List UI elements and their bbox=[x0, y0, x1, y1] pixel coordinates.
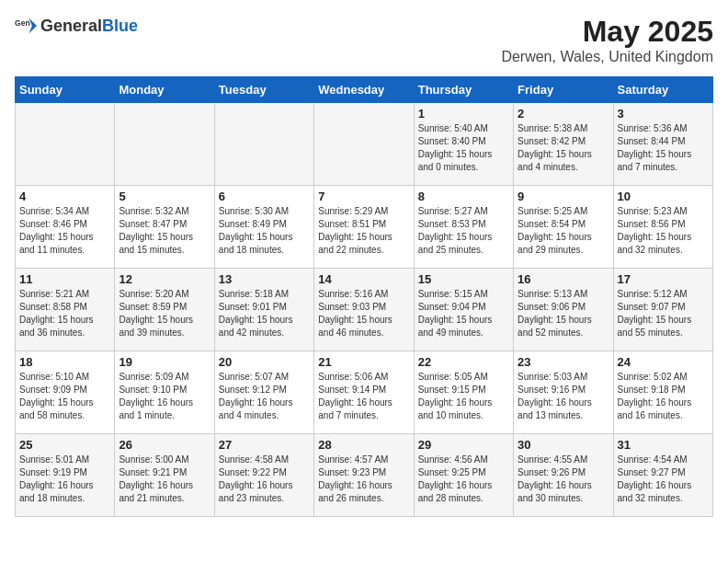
calendar-cell: 3Sunrise: 5:36 AM Sunset: 8:44 PM Daylig… bbox=[613, 103, 712, 186]
calendar-cell: 27Sunrise: 4:58 AM Sunset: 9:22 PM Dayli… bbox=[214, 434, 313, 517]
day-number: 24 bbox=[618, 355, 709, 369]
cell-info: Sunrise: 5:38 AM Sunset: 8:42 PM Dayligh… bbox=[518, 122, 609, 174]
cell-info: Sunrise: 5:15 AM Sunset: 9:04 PM Dayligh… bbox=[418, 288, 509, 339]
cell-info: Sunrise: 5:00 AM Sunset: 9:21 PM Dayligh… bbox=[119, 454, 210, 505]
calendar-cell: 6Sunrise: 5:30 AM Sunset: 8:49 PM Daylig… bbox=[214, 186, 313, 269]
cell-info: Sunrise: 5:06 AM Sunset: 9:14 PM Dayligh… bbox=[318, 371, 409, 422]
cell-info: Sunrise: 4:54 AM Sunset: 9:27 PM Dayligh… bbox=[618, 454, 709, 505]
cell-info: Sunrise: 5:23 AM Sunset: 8:56 PM Dayligh… bbox=[618, 205, 709, 257]
column-header-sunday: Sunday bbox=[16, 77, 115, 103]
cell-info: Sunrise: 5:03 AM Sunset: 9:16 PM Dayligh… bbox=[518, 371, 609, 422]
cell-info: Sunrise: 5:05 AM Sunset: 9:15 PM Dayligh… bbox=[418, 371, 509, 422]
calendar-cell: 24Sunrise: 5:02 AM Sunset: 9:18 PM Dayli… bbox=[613, 351, 712, 434]
calendar-cell: 14Sunrise: 5:16 AM Sunset: 9:03 PM Dayli… bbox=[314, 269, 414, 351]
day-number: 27 bbox=[219, 438, 310, 452]
calendar-cell: 15Sunrise: 5:15 AM Sunset: 9:04 PM Dayli… bbox=[414, 269, 513, 351]
day-number: 30 bbox=[518, 438, 609, 452]
cell-info: Sunrise: 5:20 AM Sunset: 8:59 PM Dayligh… bbox=[119, 288, 210, 339]
day-number: 18 bbox=[19, 355, 110, 369]
calendar-cell: 21Sunrise: 5:06 AM Sunset: 9:14 PM Dayli… bbox=[314, 351, 414, 434]
day-number: 7 bbox=[318, 190, 409, 203]
day-number: 26 bbox=[119, 438, 210, 452]
day-number: 29 bbox=[418, 438, 509, 452]
calendar-cell: 28Sunrise: 4:57 AM Sunset: 9:23 PM Dayli… bbox=[314, 434, 414, 517]
cell-info: Sunrise: 5:07 AM Sunset: 9:12 PM Dayligh… bbox=[219, 371, 310, 422]
calendar-header-row: SundayMondayTuesdayWednesdayThursdayFrid… bbox=[16, 77, 713, 103]
calendar-cell bbox=[115, 103, 214, 186]
cell-info: Sunrise: 5:13 AM Sunset: 9:06 PM Dayligh… bbox=[518, 288, 609, 339]
column-header-monday: Monday bbox=[115, 77, 214, 103]
cell-info: Sunrise: 5:12 AM Sunset: 9:07 PM Dayligh… bbox=[618, 288, 709, 339]
day-number: 11 bbox=[19, 272, 110, 286]
calendar-week-row: 11Sunrise: 5:21 AM Sunset: 8:58 PM Dayli… bbox=[16, 269, 713, 351]
day-number: 28 bbox=[318, 438, 409, 452]
calendar-week-row: 25Sunrise: 5:01 AM Sunset: 9:19 PM Dayli… bbox=[16, 434, 713, 517]
title-area: May 2025 Derwen, Wales, United Kingdom bbox=[501, 15, 713, 65]
calendar-cell: 19Sunrise: 5:09 AM Sunset: 9:10 PM Dayli… bbox=[115, 351, 214, 434]
logo-icon: Gen bbox=[15, 15, 37, 37]
page-title: May 2025 bbox=[501, 15, 713, 49]
day-number: 5 bbox=[119, 190, 210, 203]
day-number: 8 bbox=[418, 190, 509, 203]
day-number: 13 bbox=[219, 272, 310, 286]
calendar-cell: 13Sunrise: 5:18 AM Sunset: 9:01 PM Dayli… bbox=[214, 269, 313, 351]
calendar-cell: 5Sunrise: 5:32 AM Sunset: 8:47 PM Daylig… bbox=[115, 186, 214, 269]
calendar-cell: 10Sunrise: 5:23 AM Sunset: 8:56 PM Dayli… bbox=[613, 186, 712, 269]
column-header-wednesday: Wednesday bbox=[314, 77, 414, 103]
calendar-cell: 4Sunrise: 5:34 AM Sunset: 8:46 PM Daylig… bbox=[16, 186, 115, 269]
day-number: 20 bbox=[219, 355, 310, 369]
cell-info: Sunrise: 4:56 AM Sunset: 9:25 PM Dayligh… bbox=[418, 454, 509, 505]
calendar-cell: 25Sunrise: 5:01 AM Sunset: 9:19 PM Dayli… bbox=[16, 434, 115, 517]
day-number: 3 bbox=[618, 107, 709, 121]
svg-marker-1 bbox=[28, 17, 37, 33]
calendar-cell: 26Sunrise: 5:00 AM Sunset: 9:21 PM Dayli… bbox=[115, 434, 214, 517]
day-number: 4 bbox=[19, 190, 110, 203]
calendar-table: SundayMondayTuesdayWednesdayThursdayFrid… bbox=[15, 76, 713, 517]
calendar-cell: 29Sunrise: 4:56 AM Sunset: 9:25 PM Dayli… bbox=[414, 434, 513, 517]
column-header-saturday: Saturday bbox=[613, 77, 712, 103]
day-number: 12 bbox=[119, 272, 210, 286]
day-number: 16 bbox=[518, 272, 609, 286]
cell-info: Sunrise: 4:57 AM Sunset: 9:23 PM Dayligh… bbox=[318, 454, 409, 505]
calendar-cell: 7Sunrise: 5:29 AM Sunset: 8:51 PM Daylig… bbox=[314, 186, 414, 269]
calendar-cell: 16Sunrise: 5:13 AM Sunset: 9:06 PM Dayli… bbox=[514, 269, 613, 351]
calendar-cell: 23Sunrise: 5:03 AM Sunset: 9:16 PM Dayli… bbox=[514, 351, 613, 434]
cell-info: Sunrise: 5:25 AM Sunset: 8:54 PM Dayligh… bbox=[518, 205, 609, 257]
calendar-cell: 30Sunrise: 4:55 AM Sunset: 9:26 PM Dayli… bbox=[514, 434, 613, 517]
logo-general: General bbox=[40, 17, 102, 35]
cell-info: Sunrise: 5:36 AM Sunset: 8:44 PM Dayligh… bbox=[618, 122, 709, 174]
cell-info: Sunrise: 5:29 AM Sunset: 8:51 PM Dayligh… bbox=[318, 205, 409, 257]
day-number: 2 bbox=[518, 107, 609, 121]
cell-info: Sunrise: 5:32 AM Sunset: 8:47 PM Dayligh… bbox=[119, 205, 210, 257]
cell-info: Sunrise: 5:34 AM Sunset: 8:46 PM Dayligh… bbox=[19, 205, 110, 257]
cell-info: Sunrise: 5:40 AM Sunset: 8:40 PM Dayligh… bbox=[418, 122, 509, 174]
calendar-cell bbox=[314, 103, 414, 186]
calendar-cell: 12Sunrise: 5:20 AM Sunset: 8:59 PM Dayli… bbox=[115, 269, 214, 351]
cell-info: Sunrise: 4:55 AM Sunset: 9:26 PM Dayligh… bbox=[518, 454, 609, 505]
day-number: 15 bbox=[418, 272, 509, 286]
calendar-cell: 20Sunrise: 5:07 AM Sunset: 9:12 PM Dayli… bbox=[214, 351, 313, 434]
page-subtitle: Derwen, Wales, United Kingdom bbox=[501, 49, 713, 65]
day-number: 23 bbox=[518, 355, 609, 369]
calendar-cell: 17Sunrise: 5:12 AM Sunset: 9:07 PM Dayli… bbox=[613, 269, 712, 351]
cell-info: Sunrise: 5:09 AM Sunset: 9:10 PM Dayligh… bbox=[119, 371, 210, 422]
calendar-cell: 22Sunrise: 5:05 AM Sunset: 9:15 PM Dayli… bbox=[414, 351, 513, 434]
calendar-cell: 1Sunrise: 5:40 AM Sunset: 8:40 PM Daylig… bbox=[414, 103, 513, 186]
calendar-cell: 18Sunrise: 5:10 AM Sunset: 9:09 PM Dayli… bbox=[16, 351, 115, 434]
day-number: 6 bbox=[219, 190, 310, 203]
cell-info: Sunrise: 5:16 AM Sunset: 9:03 PM Dayligh… bbox=[318, 288, 409, 339]
cell-info: Sunrise: 5:18 AM Sunset: 9:01 PM Dayligh… bbox=[219, 288, 310, 339]
calendar-cell: 2Sunrise: 5:38 AM Sunset: 8:42 PM Daylig… bbox=[514, 103, 613, 186]
column-header-thursday: Thursday bbox=[414, 77, 513, 103]
cell-info: Sunrise: 5:30 AM Sunset: 8:49 PM Dayligh… bbox=[219, 205, 310, 257]
column-header-tuesday: Tuesday bbox=[214, 77, 313, 103]
calendar-week-row: 18Sunrise: 5:10 AM Sunset: 9:09 PM Dayli… bbox=[16, 351, 713, 434]
day-number: 21 bbox=[318, 355, 409, 369]
calendar-week-row: 4Sunrise: 5:34 AM Sunset: 8:46 PM Daylig… bbox=[16, 186, 713, 269]
day-number: 19 bbox=[119, 355, 210, 369]
calendar-cell bbox=[16, 103, 115, 186]
calendar-week-row: 1Sunrise: 5:40 AM Sunset: 8:40 PM Daylig… bbox=[16, 103, 713, 186]
cell-info: Sunrise: 5:10 AM Sunset: 9:09 PM Dayligh… bbox=[19, 371, 110, 422]
day-number: 22 bbox=[418, 355, 509, 369]
calendar-cell: 9Sunrise: 5:25 AM Sunset: 8:54 PM Daylig… bbox=[514, 186, 613, 269]
